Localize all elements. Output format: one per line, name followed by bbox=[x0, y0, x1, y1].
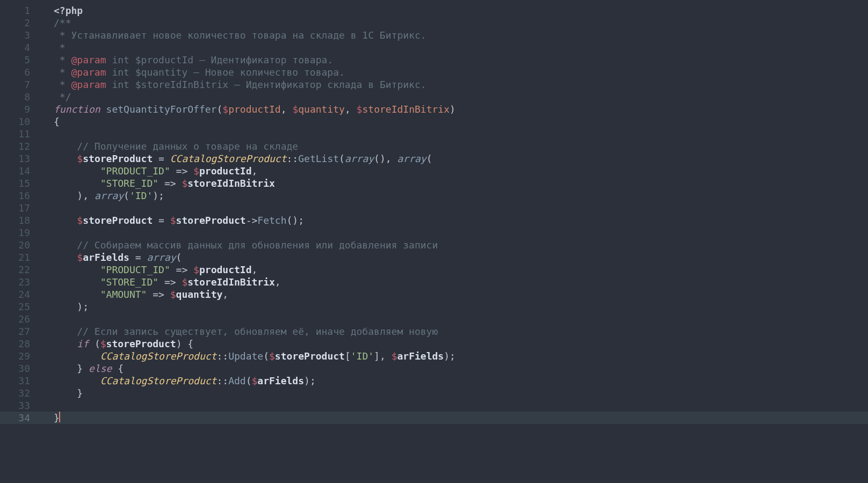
line-number: 13 bbox=[0, 152, 48, 165]
token: $ bbox=[170, 289, 176, 300]
code-line[interactable]: } else { bbox=[48, 362, 868, 375]
token: // Получение данных о товаре на складе bbox=[77, 141, 298, 152]
token: => bbox=[158, 178, 182, 189]
token: ); bbox=[444, 350, 455, 362]
token bbox=[54, 153, 77, 164]
code-line[interactable] bbox=[48, 399, 868, 412]
code-line[interactable]: ); bbox=[48, 301, 868, 313]
line-number: 8 bbox=[0, 91, 48, 103]
line-number: 25 bbox=[0, 301, 48, 313]
token: * bbox=[54, 79, 71, 90]
code-line[interactable]: function setQuantityForOffer($productId,… bbox=[48, 103, 868, 115]
token: :: bbox=[216, 375, 228, 386]
code-line[interactable]: } bbox=[48, 387, 868, 399]
code-line[interactable]: "PRODUCT_ID" => $productId, bbox=[48, 264, 868, 276]
line-number: 14 bbox=[0, 165, 48, 177]
code-line[interactable]: "STORE_ID" => $storeIdInBitrix bbox=[48, 177, 868, 189]
token: -> bbox=[246, 215, 258, 226]
token: "PRODUCT_ID" bbox=[100, 264, 170, 275]
token: :: bbox=[287, 153, 299, 164]
line-number: 9 bbox=[0, 103, 48, 115]
token: ( bbox=[246, 375, 252, 386]
code-line[interactable]: CCatalogStoreProduct::Add($arFields); bbox=[48, 375, 868, 387]
token: Add bbox=[228, 375, 246, 386]
line-number: 21 bbox=[0, 251, 48, 264]
token: :: bbox=[216, 350, 228, 362]
token: $ bbox=[100, 338, 106, 349]
code-line[interactable]: $storeProduct = $storeProduct->Fetch(); bbox=[48, 214, 868, 226]
code-line[interactable] bbox=[48, 313, 868, 325]
code-area[interactable]: <?php/** * Устанавливает новое количеств… bbox=[48, 0, 868, 483]
token: Fetch bbox=[257, 215, 286, 226]
code-line[interactable]: * bbox=[48, 41, 868, 54]
text-cursor bbox=[59, 412, 60, 422]
token: * bbox=[54, 42, 66, 53]
code-line[interactable]: * @param int $quantity – Новое количеств… bbox=[48, 66, 868, 78]
token: $ bbox=[77, 153, 83, 164]
token: $ bbox=[392, 350, 397, 362]
code-line[interactable]: /** bbox=[48, 17, 868, 29]
line-number: 24 bbox=[0, 288, 48, 301]
code-line[interactable]: $storeProduct = CCatalogStoreProduct::Ge… bbox=[48, 152, 868, 165]
code-line[interactable]: { bbox=[48, 115, 868, 128]
token: productId bbox=[228, 104, 281, 115]
token: = bbox=[129, 252, 147, 263]
code-editor[interactable]: 1234567891011121314151617181920212223242… bbox=[0, 0, 868, 483]
line-number: 4 bbox=[0, 41, 48, 54]
code-line[interactable]: // Собираем массив данных для обновления… bbox=[48, 239, 868, 251]
code-line[interactable] bbox=[48, 128, 868, 140]
token: ( bbox=[339, 153, 345, 164]
code-line[interactable]: CCatalogStoreProduct::Update($storeProdu… bbox=[48, 350, 868, 362]
token: 'ID' bbox=[129, 190, 153, 201]
line-number: 15 bbox=[0, 177, 48, 189]
code-line[interactable]: * Устанавливает новое количество товара … bbox=[48, 29, 868, 41]
code-line[interactable]: // Получение данных о товаре на складе bbox=[48, 140, 868, 152]
token: array bbox=[345, 153, 374, 164]
token: array bbox=[95, 190, 124, 201]
token: ); bbox=[153, 190, 164, 201]
token bbox=[54, 375, 100, 386]
code-line[interactable]: * @param int $storeIdInBitrix – Идентифи… bbox=[48, 78, 868, 91]
code-line[interactable]: "STORE_ID" => $storeIdInBitrix, bbox=[48, 276, 868, 288]
token: => bbox=[170, 165, 193, 177]
token bbox=[54, 338, 77, 349]
code-line[interactable]: ), array('ID'); bbox=[48, 189, 868, 202]
code-line[interactable]: <?php bbox=[48, 4, 868, 17]
token bbox=[54, 178, 100, 189]
token: * bbox=[54, 54, 71, 65]
token: productId bbox=[199, 264, 252, 275]
token bbox=[54, 239, 77, 251]
line-number: 32 bbox=[0, 387, 48, 399]
line-number: 22 bbox=[0, 264, 48, 276]
token: CCatalogStoreProduct bbox=[170, 153, 287, 164]
token bbox=[54, 387, 77, 399]
code-line[interactable] bbox=[48, 226, 868, 239]
token: quantity bbox=[298, 104, 345, 115]
token bbox=[54, 165, 100, 177]
token: ], bbox=[374, 350, 392, 362]
token: [ bbox=[345, 350, 351, 362]
token: } bbox=[77, 363, 89, 374]
token: /** bbox=[54, 17, 71, 28]
code-line[interactable] bbox=[48, 202, 868, 214]
token: @param bbox=[71, 54, 106, 65]
token: => bbox=[158, 276, 182, 288]
token bbox=[54, 326, 77, 337]
code-line[interactable]: "PRODUCT_ID" => $productId, bbox=[48, 165, 868, 177]
token: storeProduct bbox=[83, 153, 153, 164]
token: => bbox=[170, 264, 193, 275]
code-line[interactable]: "AMOUNT" => $quantity, bbox=[48, 288, 868, 301]
token: , bbox=[345, 104, 357, 115]
line-number: 17 bbox=[0, 202, 48, 214]
code-line[interactable]: * @param int $productId – Идентификатор … bbox=[48, 54, 868, 66]
token: */ bbox=[54, 91, 71, 103]
token: Update bbox=[228, 350, 263, 362]
token: => bbox=[147, 289, 170, 300]
code-line[interactable]: $arFields = array( bbox=[48, 251, 868, 264]
line-number: 16 bbox=[0, 189, 48, 202]
code-line[interactable]: */ bbox=[48, 91, 868, 103]
token: , bbox=[222, 289, 228, 300]
code-line[interactable]: } bbox=[48, 412, 868, 424]
code-line[interactable]: // Если запись существует, обновляем её,… bbox=[48, 325, 868, 338]
code-line[interactable]: if ($storeProduct) { bbox=[48, 338, 868, 350]
